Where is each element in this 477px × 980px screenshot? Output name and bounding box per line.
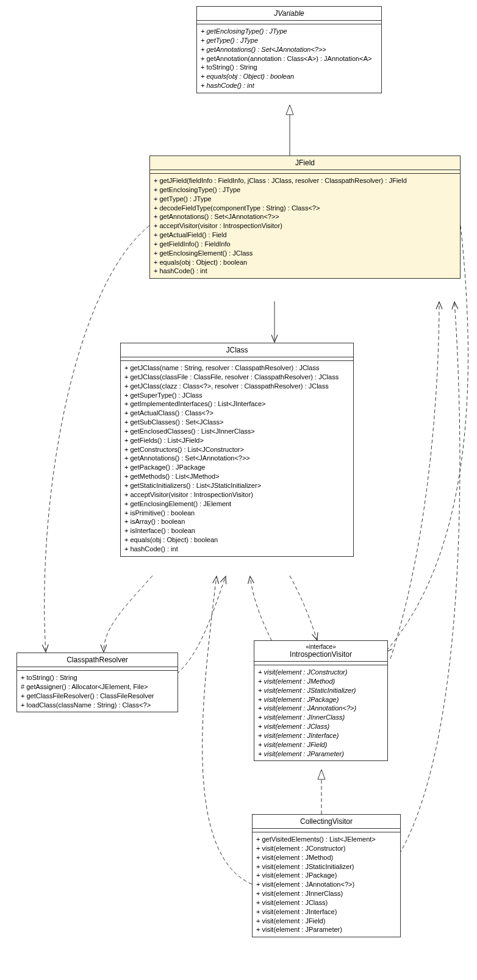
class-title: JClass — [121, 343, 353, 357]
methods-section: + getJClass(name : String, resolver : Cl… — [121, 361, 353, 556]
class-title: ClasspathResolver — [17, 653, 178, 667]
method: + getEnclosingType() : JType — [154, 185, 456, 195]
method: + hashCode() : int — [124, 545, 350, 554]
method: + visit(element : JClass) — [258, 722, 384, 731]
method: + getJField(fieldInfo : FieldInfo, jClas… — [154, 176, 456, 185]
class-introspectionvisitor: «interface» IntrospectionVisitor + visit… — [254, 640, 388, 761]
method: + getStaticInitializers() : List<JStatic… — [124, 481, 350, 490]
class-name: ClasspathResolver — [66, 656, 128, 664]
method: + isArray() : boolean — [124, 517, 350, 526]
method: + visit(element : JInterface) — [258, 731, 384, 740]
method: + getAnnotations() : Set<JAnnotation<?>> — [124, 454, 350, 463]
method: + equals(obj : Object) : boolean — [124, 535, 350, 545]
class-name: JField — [295, 159, 315, 167]
class-jvariable: JVariable + getEnclosingType() : JType+ … — [196, 6, 382, 93]
method: + getClassFileResolver() : ClassFileReso… — [21, 692, 174, 701]
method: + getType() : JType — [201, 36, 378, 45]
method: + getAnnotations() : Set<JAnnotation<?>> — [201, 45, 378, 54]
method: + visit(element : JInnerClass) — [258, 713, 384, 722]
method: + acceptVisitor(visitor : IntrospectionV… — [154, 221, 456, 231]
method: + getEnclosingElement() : JClass — [154, 249, 456, 258]
method: + getAnnotations() : Set<JAnnotation<?>> — [154, 212, 456, 221]
method: + visit(element : JPackage) — [258, 695, 384, 704]
class-title: JField — [150, 156, 460, 170]
method: + visit(element : JPackage) — [256, 871, 396, 880]
method: + isPrimitive() : boolean — [124, 509, 350, 518]
method: + getEnclosingType() : JType — [201, 27, 378, 36]
method: + visit(element : JClass) — [256, 898, 396, 907]
method: + loadClass(className : String) : Class<… — [21, 701, 174, 710]
method: + visit(element : JField) — [258, 740, 384, 749]
class-name: IntrospectionVisitor — [290, 650, 352, 659]
method: + getMethods() : List<JMethod> — [124, 472, 350, 481]
method: + getImplementedInterfaces() : List<JInt… — [124, 399, 350, 409]
method: + getEnclosingElement() : JElement — [124, 499, 350, 509]
method: + hashCode() : int — [154, 266, 456, 276]
method: + toString() : String — [21, 673, 174, 682]
methods-section: + visit(element : JConstructor)+ visit(e… — [254, 665, 387, 760]
class-title: CollectingVisitor — [253, 815, 400, 829]
method: + getType() : JType — [154, 195, 456, 204]
method: + getActualField() : Field — [154, 231, 456, 240]
method: + getActualClass() : Class<?> — [124, 409, 350, 418]
class-name: CollectingVisitor — [300, 817, 353, 826]
class-title: JVariable — [197, 7, 381, 21]
method: + visit(element : JInterface) — [256, 907, 396, 917]
class-name: JClass — [226, 346, 248, 354]
method: + visit(element : JMethod) — [258, 677, 384, 686]
method: + getFields() : List<JField> — [124, 436, 350, 445]
methods-section: + toString() : String# getAssigner() : A… — [17, 671, 178, 712]
method: + visit(element : JInnerClass) — [256, 889, 396, 898]
method: + getJClass(classFile : ClassFile, resol… — [124, 373, 350, 382]
method: + visit(element : JConstructor) — [258, 668, 384, 677]
stereotype: «interface» — [258, 643, 384, 650]
method: + equals(obj : Object) : boolean — [154, 258, 456, 267]
class-collectingvisitor: CollectingVisitor + getVisitedElements()… — [252, 814, 401, 937]
method: + getEnclosedClasses() : List<JInnerClas… — [124, 427, 350, 436]
method: + hashCode() : int — [201, 81, 378, 90]
method: + equals(obj : Object) : boolean — [201, 72, 378, 81]
methods-section: + getVisitedElements() : List<JElement>+… — [253, 832, 400, 937]
method: + getAnnotation(annotation : Class<A>) :… — [201, 54, 378, 63]
class-jfield: JField + getJField(fieldInfo : FieldInfo… — [149, 156, 461, 279]
method: + acceptVisitor(visitor : IntrospectionV… — [124, 490, 350, 499]
method: + decodeFieldType(componentType : String… — [154, 204, 456, 213]
method: + getFieldInfo() : FieldInfo — [154, 240, 456, 249]
methods-section: + getEnclosingType() : JType+ getType() … — [197, 24, 381, 93]
method: + getVisitedElements() : List<JElement> — [256, 835, 396, 844]
method: + visit(element : JMethod) — [256, 853, 396, 862]
class-jclass: JClass + getJClass(name : String, resolv… — [120, 343, 354, 557]
method: + visit(element : JAnnotation<?>) — [256, 880, 396, 889]
method: + getJClass(name : String, resolver : Cl… — [124, 363, 350, 373]
method: # getAssigner() : Allocator<JElement, Fi… — [21, 682, 174, 692]
method: + visit(element : JAnnotation<?>) — [258, 704, 384, 713]
method: + getPackage() : JPackage — [124, 463, 350, 472]
class-name: JVariable — [274, 9, 304, 18]
method: + visit(element : JStaticInitializer) — [258, 686, 384, 695]
method: + toString() : String — [201, 63, 378, 72]
method: + getConstructors() : List<JConstructor> — [124, 445, 350, 454]
methods-section: + getJField(fieldInfo : FieldInfo, jClas… — [150, 174, 460, 278]
method: + visit(element : JConstructor) — [256, 844, 396, 853]
class-title: «interface» IntrospectionVisitor — [254, 641, 387, 662]
method: + getJClass(clazz : Class<?>, resolver :… — [124, 382, 350, 391]
method: + getSubClasses() : Set<JClass> — [124, 418, 350, 427]
method: + visit(element : JParameter) — [258, 749, 384, 759]
method: + getSuperType() : JClass — [124, 391, 350, 400]
class-classpathresolver: ClasspathResolver + toString() : String#… — [16, 653, 178, 712]
method: + isInterface() : boolean — [124, 526, 350, 535]
method: + visit(element : JParameter) — [256, 925, 396, 934]
method: + visit(element : JField) — [256, 917, 396, 926]
method: + visit(element : JStaticInitializer) — [256, 862, 396, 871]
